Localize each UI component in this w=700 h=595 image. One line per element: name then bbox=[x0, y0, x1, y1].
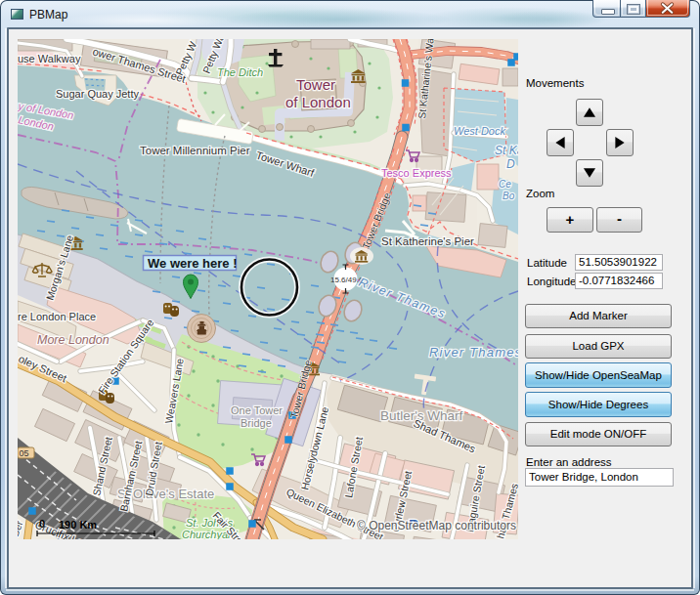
svg-text:use Walkway: use Walkway bbox=[18, 53, 81, 64]
svg-text:D: D bbox=[506, 157, 515, 171]
svg-text:Tower Millennium Pier: Tower Millennium Pier bbox=[140, 145, 250, 156]
svg-text:re London Place: re London Place bbox=[18, 311, 96, 322]
svg-text:05: 05 bbox=[20, 448, 29, 458]
svg-text:St Katherine's Pier: St Katherine's Pier bbox=[381, 235, 474, 247]
svg-text:West Dock: West Dock bbox=[454, 125, 505, 137]
svg-text:© OpenStreetMap contributors: © OpenStreetMap contributors bbox=[357, 519, 516, 532]
svg-text:of London: of London bbox=[285, 94, 351, 110]
svg-text:Tower: Tower bbox=[296, 76, 335, 93]
svg-text:One Tower: One Tower bbox=[231, 404, 283, 416]
svg-text:Bridge: Bridge bbox=[241, 417, 272, 429]
svg-text:Tesco Express: Tesco Express bbox=[381, 167, 452, 179]
svg-text:The Ditch: The Ditch bbox=[217, 66, 263, 78]
svg-text:River Thames: River Thames bbox=[429, 345, 518, 360]
svg-text:Ce: Ce bbox=[499, 179, 511, 190]
svg-text:St Ka: St Ka bbox=[495, 144, 518, 157]
svg-text:190 Km: 190 Km bbox=[59, 519, 97, 531]
svg-text:Bo: Bo bbox=[503, 191, 515, 201]
svg-text:0: 0 bbox=[39, 518, 45, 530]
svg-text:Sugar Quay Jetty: Sugar Quay Jetty bbox=[56, 88, 139, 100]
svg-text:We were here !: We were here ! bbox=[148, 256, 238, 271]
svg-text:More London: More London bbox=[37, 333, 109, 347]
